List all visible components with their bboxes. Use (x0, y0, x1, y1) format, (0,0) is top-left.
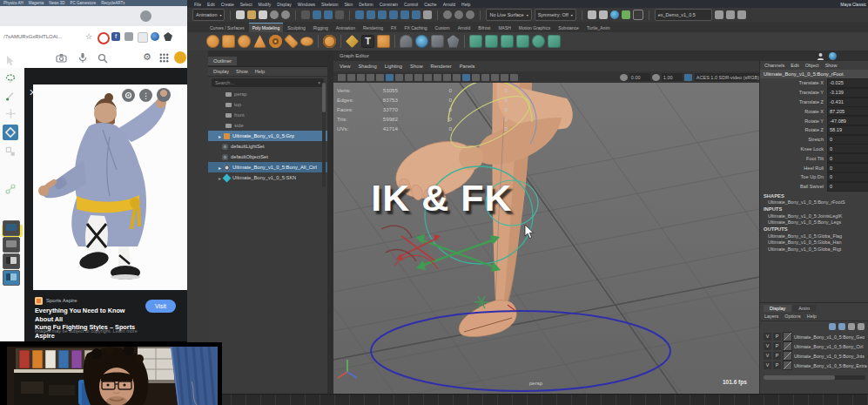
input-node-item[interactable]: Ultimate_Bony_v1_0_5:JointsLegIK (760, 212, 868, 219)
outliner-node-skin[interactable]: ▸ Ultimate_Bony_v1_0_5:SKN (208, 172, 327, 183)
next-image-chevron[interactable]: › (178, 87, 183, 101)
field-chart-icon[interactable] (510, 74, 518, 81)
open-scene-icon[interactable] (247, 10, 256, 19)
outliner-search-input[interactable]: Search... ▾ (212, 78, 324, 87)
layer-color-swatch[interactable] (783, 361, 792, 370)
view-transform-field[interactable]: ACES 1.0 SDR-video (sRGB) (695, 73, 761, 81)
use-all-lights-icon[interactable] (424, 74, 432, 81)
menu-select[interactable]: Select (240, 2, 252, 7)
channel-value-field[interactable]: 0 (827, 153, 868, 163)
browser-tab[interactable]: Magenta (29, 1, 44, 5)
panel-splitter[interactable] (327, 51, 333, 394)
menu-arnold[interactable]: Arnold (443, 2, 455, 7)
curve-warp-icon[interactable] (469, 35, 482, 48)
extension-opera-icon[interactable] (98, 32, 110, 44)
new-layer-icon[interactable] (858, 323, 865, 330)
poly-disc-icon[interactable] (300, 37, 313, 46)
lattice-icon[interactable] (501, 35, 514, 48)
tab-anim[interactable]: Anim (792, 305, 816, 312)
sidebar-toggle-toolsettings-icon[interactable] (737, 10, 746, 19)
snap-view-plane-icon[interactable] (400, 10, 409, 19)
camera-icon[interactable] (56, 53, 67, 63)
channel-value-field[interactable]: -3.139 (827, 88, 868, 98)
layer-visibility-toggle[interactable]: V (764, 361, 771, 369)
select-camera-icon[interactable] (338, 74, 346, 81)
viewport-menu-show[interactable]: Show (410, 64, 423, 69)
menu-file[interactable]: File (194, 2, 201, 7)
move-layer-up-icon[interactable] (829, 323, 836, 330)
channel-value-field[interactable]: 0 (827, 135, 868, 145)
select-component-icon[interactable] (324, 10, 333, 19)
snap-curve-icon[interactable] (367, 10, 375, 19)
menu-set-selector[interactable]: Animation ▾ (192, 9, 225, 21)
sweep-mesh-icon[interactable] (346, 35, 359, 48)
menu-modify[interactable]: Modify (259, 2, 272, 7)
menu-edit[interactable]: Edit (207, 2, 215, 7)
output-node-item[interactable]: Ultimate_Bony_v1_0_5:Globa_Flag (760, 232, 868, 239)
wrap-deformer-icon[interactable] (485, 35, 498, 48)
source-name[interactable]: Sports Aspire (46, 298, 77, 303)
input-connections-icon[interactable] (443, 10, 452, 19)
layer-playback-toggle[interactable]: P (773, 352, 781, 360)
history-toggle-icon[interactable] (466, 10, 474, 19)
ipr-render-icon[interactable] (599, 10, 608, 19)
poly-plane-icon[interactable] (284, 34, 299, 49)
cb-menu-edit[interactable]: Edit (791, 63, 798, 68)
select-tool[interactable] (3, 53, 18, 69)
arnold-mesh-light-icon[interactable] (447, 35, 460, 48)
camera-attributes-icon[interactable] (357, 74, 365, 81)
channel-value-field[interactable]: -0.025 (827, 78, 868, 88)
cluster-icon[interactable] (532, 35, 545, 48)
shelf-tab[interactable]: Custom (432, 24, 454, 32)
outliner-menu-help[interactable]: Help (255, 69, 265, 74)
menu-constrain[interactable]: Constrain (380, 2, 398, 7)
extension-facebook-icon[interactable]: f (111, 32, 120, 41)
sync-status-icon[interactable] (829, 52, 837, 60)
wireframe-icon[interactable] (395, 74, 403, 81)
new-scene-icon[interactable] (236, 10, 245, 19)
channel-value-field[interactable]: 0 (827, 163, 868, 172)
layer-color-swatch[interactable] (783, 332, 792, 341)
launch-app-icon[interactable] (622, 10, 630, 19)
sidebar-toggle-attreditor-icon[interactable] (726, 10, 735, 19)
shelf-tab[interactable]: FX Caching (400, 24, 430, 32)
channel-value-field[interactable]: 0 (827, 172, 868, 182)
layout-four-pane-button[interactable] (3, 237, 20, 253)
workspace-label[interactable]: Maya Classic (840, 2, 866, 7)
channel-value-field[interactable]: -47.089 (827, 116, 868, 125)
outliner-node-persp[interactable]: persp (208, 89, 327, 99)
undo-icon[interactable] (270, 10, 279, 19)
poly-cube-icon[interactable] (222, 35, 235, 48)
color-management-icon[interactable] (684, 74, 692, 81)
outliner-menu-show[interactable]: Show (236, 69, 248, 74)
layer-row[interactable]: V P Ultimate_Bony_v1_0_5:Bony_Ctrl (760, 341, 868, 351)
le-menu-help[interactable]: Help (807, 314, 817, 319)
channel-value-field[interactable]: -0.431 (827, 98, 868, 107)
kungfu-photo[interactable] (33, 84, 187, 290)
move-layer-down-icon[interactable] (838, 323, 845, 330)
shadows-icon[interactable] (434, 74, 441, 81)
last-tool-joint[interactable] (3, 181, 18, 197)
outliner-node-top[interactable]: top (208, 99, 327, 110)
menu-windows[interactable]: Windows (298, 2, 315, 7)
output-connections-icon[interactable] (454, 10, 463, 19)
channel-value-field[interactable]: 87.205 (827, 106, 868, 116)
menu-skin[interactable]: Skin (345, 2, 353, 7)
menu-control[interactable]: Control (404, 2, 418, 7)
shelf-tab[interactable]: MASH (495, 24, 514, 32)
poly-cone-icon[interactable] (253, 35, 266, 48)
layer-playback-toggle[interactable]: P (773, 361, 781, 369)
extension-shield-icon[interactable] (124, 32, 133, 41)
result-headline[interactable]: Everything You Need to Know About All Ku… (35, 307, 144, 340)
make-live-icon[interactable] (412, 10, 421, 19)
highlight-selection-icon[interactable] (335, 10, 344, 19)
output-node-item[interactable]: Ultimate_Bony_v1_0_5:Globa_Rigt (760, 245, 868, 252)
settings-gear-icon[interactable]: ⚙ (143, 51, 151, 63)
menu-cache[interactable]: Cache (424, 2, 436, 7)
poly-torus-icon[interactable] (269, 35, 282, 48)
snap-grid-icon[interactable] (355, 10, 364, 19)
render-settings-icon[interactable] (610, 10, 619, 19)
blendshape-icon[interactable] (516, 35, 529, 48)
redo-icon[interactable] (281, 10, 290, 19)
xray-icon[interactable] (472, 74, 480, 81)
